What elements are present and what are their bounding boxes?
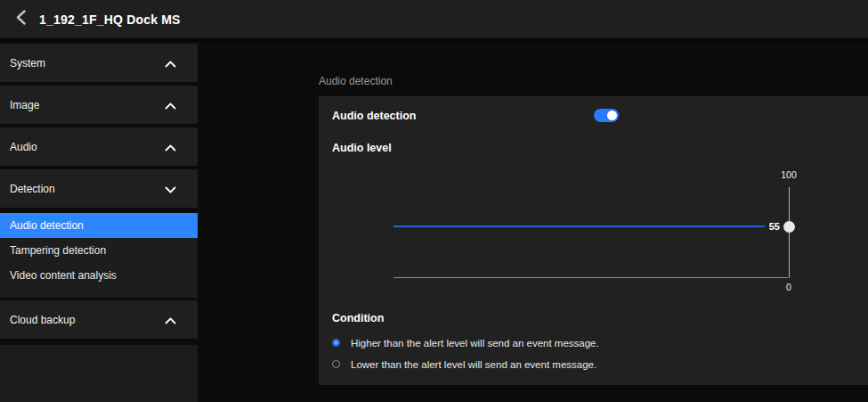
chevron-up-icon: [165, 97, 176, 113]
section-title: Audio detection: [319, 75, 393, 87]
condition-option-label: Higher than the alert level will send an…: [351, 338, 599, 349]
sidebar-item-label: Audio: [10, 141, 37, 153]
sidebar-item-audio[interactable]: Audio: [0, 127, 198, 166]
audio-level-slider-handle[interactable]: [783, 221, 795, 233]
chevron-up-icon: [165, 312, 176, 328]
condition-option-lower[interactable]: Lower than the alert level will send an …: [332, 357, 596, 372]
sidebar: System Image Audio Detection Au: [0, 44, 198, 402]
sidebar-subitem-label: Video content analysis: [10, 269, 117, 282]
sidebar-item-detection[interactable]: Detection: [0, 169, 198, 208]
condition-label: Condition: [332, 312, 384, 324]
header-bar: 1_192_1F_HQ Dock MS: [0, 0, 868, 41]
app-window: 1_192_1F_HQ Dock MS System Image Audio D…: [0, 0, 868, 402]
radio-unselected-icon[interactable]: [332, 360, 340, 368]
chevron-left-icon: [16, 10, 26, 29]
sidebar-item-image[interactable]: Image: [0, 86, 198, 124]
audio-level-slider-track[interactable]: [789, 187, 790, 278]
chevron-up-icon: [165, 139, 176, 155]
audio-level-label: Audio level: [332, 142, 392, 154]
radio-selected-icon[interactable]: [332, 339, 340, 347]
sidebar-item-label: System: [10, 57, 45, 70]
chevron-up-icon: [165, 55, 176, 71]
sidebar-item-system[interactable]: System: [0, 44, 198, 82]
sidebar-item-video-content-analysis[interactable]: Video content analysis: [0, 263, 198, 288]
sidebar-filler: [0, 345, 198, 402]
chevron-down-icon: [165, 181, 176, 197]
sidebar-item-label: Detection: [10, 183, 55, 195]
condition-option-higher[interactable]: Higher than the alert level will send an…: [332, 335, 599, 350]
sidebar-subitem-label: Audio detection: [10, 219, 84, 232]
slider-min-label: 0: [775, 282, 803, 292]
back-button[interactable]: [7, 0, 34, 40]
sidebar-item-cloud-backup[interactable]: Cloud backup: [0, 300, 198, 339]
audio-level-line: [393, 226, 765, 227]
audio-detection-label: Audio detection: [332, 110, 416, 122]
page-title: 1_192_1F_HQ Dock MS: [39, 12, 181, 27]
slider-max-label: 100: [775, 169, 803, 180]
sidebar-item-audio-detection[interactable]: Audio detection: [0, 213, 198, 238]
sidebar-subitem-label: Tampering detection: [10, 244, 106, 257]
sidebar-item-label: Image: [10, 99, 39, 111]
audio-level-value: 55: [737, 221, 780, 232]
condition-option-label: Lower than the alert level will send an …: [351, 359, 596, 370]
audio-detection-toggle[interactable]: [594, 109, 619, 122]
detection-submenu: Audio detection Tampering detection Vide…: [0, 213, 198, 298]
sidebar-item-label: Cloud backup: [10, 314, 75, 326]
sidebar-item-tampering-detection[interactable]: Tampering detection: [0, 238, 198, 263]
audio-level-baseline: [393, 277, 788, 278]
toggle-knob: [607, 111, 617, 120]
